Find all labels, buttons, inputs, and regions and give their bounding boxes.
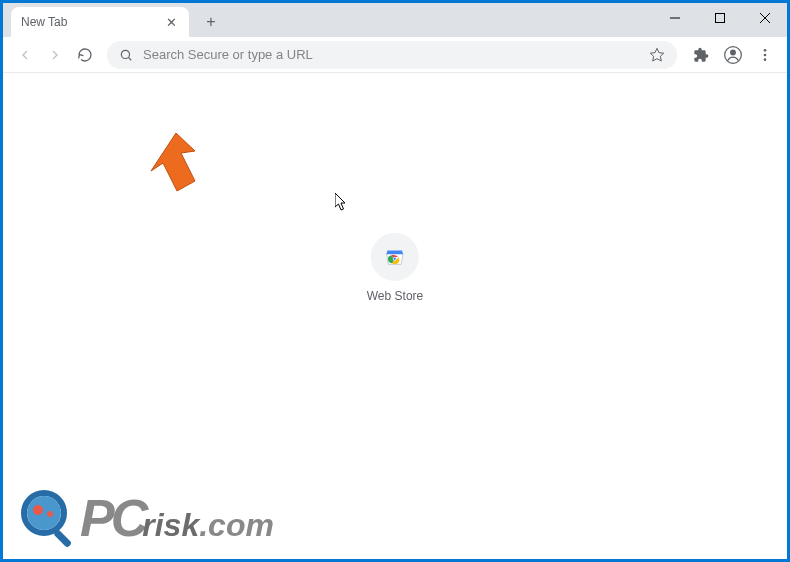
- svg-rect-20: [53, 529, 72, 548]
- close-window-button[interactable]: [742, 3, 787, 33]
- shortcut-circle: [371, 233, 419, 281]
- svg-point-19: [47, 511, 53, 517]
- window-controls: [652, 3, 787, 33]
- svg-line-5: [128, 57, 131, 60]
- arrow-annotation: [133, 133, 203, 207]
- svg-point-4: [121, 50, 129, 58]
- back-button[interactable]: [11, 41, 39, 69]
- svg-marker-15: [151, 133, 195, 191]
- url-input[interactable]: [143, 47, 639, 62]
- svg-point-10: [764, 53, 767, 56]
- browser-window: New Tab ✕ +: [3, 3, 787, 559]
- browser-tab[interactable]: New Tab ✕: [11, 7, 189, 37]
- tab-title: New Tab: [21, 15, 163, 29]
- svg-point-8: [730, 49, 736, 55]
- svg-marker-6: [650, 48, 663, 61]
- bookmark-icon[interactable]: [649, 47, 665, 63]
- watermark-pc: PC: [80, 488, 144, 548]
- watermark-com: .com: [199, 507, 274, 544]
- profile-icon[interactable]: [719, 41, 747, 69]
- toolbar: [3, 37, 787, 73]
- search-icon: [119, 48, 133, 62]
- svg-point-11: [764, 58, 767, 61]
- watermark-text: PC risk .com: [80, 488, 274, 548]
- svg-point-18: [33, 505, 43, 515]
- forward-button[interactable]: [41, 41, 69, 69]
- svg-rect-1: [715, 14, 724, 23]
- web-store-icon: [384, 246, 406, 268]
- maximize-button[interactable]: [697, 3, 742, 33]
- web-store-shortcut[interactable]: Web Store: [367, 233, 423, 303]
- new-tab-button[interactable]: +: [197, 8, 225, 36]
- svg-point-9: [764, 49, 767, 52]
- address-bar[interactable]: [107, 41, 677, 69]
- close-tab-icon[interactable]: ✕: [163, 14, 179, 30]
- watermark: PC risk .com: [18, 487, 274, 549]
- watermark-logo-icon: [18, 487, 80, 549]
- title-bar: New Tab ✕ +: [3, 3, 787, 37]
- watermark-risk: risk: [142, 507, 199, 544]
- shortcut-label: Web Store: [367, 289, 423, 303]
- extensions-icon[interactable]: [687, 41, 715, 69]
- svg-point-17: [27, 496, 61, 530]
- minimize-button[interactable]: [652, 3, 697, 33]
- menu-icon[interactable]: [751, 41, 779, 69]
- cursor-icon: [335, 193, 349, 215]
- reload-button[interactable]: [71, 41, 99, 69]
- new-tab-page: Web Store: [3, 73, 787, 559]
